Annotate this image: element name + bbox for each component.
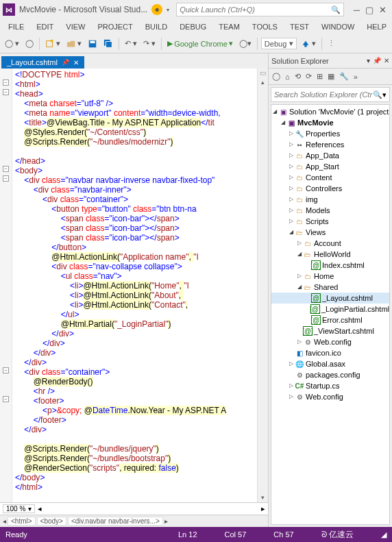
menu-team[interactable]: TEAM (213, 21, 245, 32)
tree-file-packages[interactable]: ⚙packages.config (271, 369, 389, 380)
tree-label: Error.cshtml (322, 316, 363, 324)
collapse-icon[interactable]: ⊞ (315, 71, 325, 82)
pin-icon[interactable]: 📌 (62, 59, 69, 66)
fold-icon[interactable]: − (3, 367, 9, 373)
bc-body[interactable]: <body> (37, 517, 66, 526)
tree-references[interactable]: ▪▪References (271, 139, 389, 150)
nav-fwd-button[interactable]: ◯ (23, 38, 36, 49)
menu-debug[interactable]: DEBUG (174, 21, 212, 32)
menu-help[interactable]: HELP (361, 21, 392, 32)
home-icon[interactable]: ⌂ (283, 71, 292, 82)
tree-folder-views[interactable]: 🗁Views (271, 227, 389, 238)
tree-file-index[interactable]: [@]Index.cshtml (271, 260, 389, 271)
solexp-search-input[interactable] (274, 90, 373, 99)
tree-solution[interactable]: ▣Solution 'MvcMovie' (1 project (271, 106, 389, 117)
save-all-button[interactable] (101, 38, 115, 50)
scroll-up-icon[interactable]: ▴ (260, 77, 266, 87)
tree-file-layout[interactable]: [@]_Layout.cshtml (271, 293, 389, 304)
config-combo[interactable]: Debug▾ (261, 38, 297, 49)
close-icon[interactable]: ✕ (384, 57, 389, 64)
scroll-right-icon[interactable]: ▸ (261, 504, 265, 513)
fold-icon[interactable]: − (3, 79, 9, 86)
fold-icon[interactable]: − (3, 89, 9, 95)
quick-launch-input[interactable] (180, 5, 331, 14)
code-editor[interactable]: <!DOCTYPE html> <html> <head> <meta char… (12, 69, 257, 502)
maximize-icon[interactable]: ▢ (365, 5, 373, 15)
pin-icon[interactable]: 📌 (373, 57, 381, 64)
tree-file-startup[interactable]: C#Startup.cs (271, 380, 389, 391)
bc-prev-icon[interactable]: ◂ (3, 517, 6, 525)
open-file-button[interactable]: ▾ (64, 38, 84, 50)
scroll-down-icon[interactable]: ▾ (260, 493, 266, 502)
tab-close-icon[interactable]: ✕ (73, 59, 79, 66)
menu-edit[interactable]: EDIT (31, 21, 59, 32)
menu-window[interactable]: WINDOW (316, 21, 360, 32)
bc-html[interactable]: <html> (8, 517, 36, 526)
bc-div[interactable]: <div.navbar navbar-invers...> (68, 517, 163, 526)
menu-test[interactable]: TEST (284, 21, 315, 32)
zoom-combo[interactable]: 100 %▾ (3, 504, 35, 513)
menu-view[interactable]: VIEW (60, 21, 90, 32)
statusbar: Ready Ln 12 Col 57 Ch 57 ᘐ 亿速云 ◢ (0, 527, 392, 542)
tree-file-webconfig-root[interactable]: ⚙Web.config (271, 391, 389, 402)
tree-folder[interactable]: 🗀Content (271, 172, 389, 183)
menu-build[interactable]: BUILD (140, 21, 173, 32)
vertical-scrollbar[interactable]: ▭ ▴ ▾ (257, 69, 268, 502)
close-icon[interactable]: ✕ (379, 5, 387, 15)
tree-file-webconfig[interactable]: ⚙Web.config (271, 336, 389, 347)
toolbar-overflow-icon[interactable]: ⋮ (326, 38, 337, 49)
showall-icon[interactable]: ▦ (326, 71, 336, 82)
tree-properties[interactable]: 🔧Properties (271, 128, 389, 139)
fold-icon[interactable]: − (3, 175, 9, 182)
resize-grip-icon[interactable]: ◢ (381, 530, 387, 539)
tree-folder-helloworld[interactable]: 🗁HelloWorld (271, 249, 389, 260)
tree-folder-shared[interactable]: 🗁Shared (271, 282, 389, 293)
tree-folder[interactable]: 🗀App_Start (271, 161, 389, 172)
tree-folder[interactable]: 🗀img (271, 194, 389, 205)
properties-icon[interactable]: 🔧 (337, 71, 351, 82)
publish-button[interactable]: ▾ (299, 38, 318, 50)
browser-select-icon[interactable]: ◯▾ (237, 38, 254, 49)
fold-icon[interactable]: − (3, 396, 9, 402)
back-icon[interactable]: ◯ (270, 71, 282, 82)
feedback-icon[interactable]: ☻ (151, 4, 162, 15)
dropdown-icon[interactable]: ▾ (382, 90, 387, 99)
tree-file-globalasax[interactable]: 🌐Global.asax (271, 358, 389, 369)
bc-next-icon[interactable]: ▸ (164, 517, 168, 525)
outline-gutter[interactable]: − − − − − − (0, 69, 12, 502)
tree-file-loginpartial[interactable]: [@]_LoginPartial.cshtml (271, 304, 389, 315)
refresh-icon[interactable]: ⟳ (304, 71, 314, 82)
start-button[interactable]: ▶ Google Chrome ▾ (165, 38, 235, 49)
sync-icon[interactable]: ⟲ (293, 71, 303, 82)
overflow-icon[interactable]: » (352, 71, 360, 82)
fold-icon[interactable]: − (3, 166, 9, 172)
tree-folder[interactable]: 🗀Scripts (271, 216, 389, 227)
tree-file-viewstart[interactable]: [@]_ViewStart.cshtml (271, 325, 389, 336)
tree-file-favicon[interactable]: ◧favicon.ico (271, 347, 389, 358)
tab-layout-cshtml[interactable]: _Layout.cshtml 📌 ✕ (1, 56, 84, 69)
tree-project[interactable]: ▣MvcMovie (271, 117, 389, 128)
redo-button[interactable]: ↷ ▾ (141, 38, 158, 49)
undo-button[interactable]: ↶ ▾ (123, 38, 139, 49)
feedback-dropdown-icon[interactable]: ▾ (167, 7, 169, 13)
new-project-button[interactable]: ▾ (43, 38, 62, 50)
save-button[interactable] (86, 38, 99, 50)
dropdown-icon[interactable]: ▾ (367, 57, 370, 64)
tree-folder[interactable]: 🗀Models (271, 205, 389, 216)
tree-folder[interactable]: 🗀Account (271, 238, 389, 249)
menu-file[interactable]: FILE (3, 21, 29, 32)
tree-folder[interactable]: 🗀Home (271, 271, 389, 282)
tree-file-error[interactable]: [@]Error.cshtml (271, 315, 389, 325)
solution-tree[interactable]: ▣Solution 'MvcMovie' (1 project ▣MvcMovi… (271, 104, 390, 525)
menu-tools[interactable]: TOOLS (247, 21, 283, 32)
solexp-title: Solution Explorer (271, 57, 329, 65)
split-icon[interactable]: ▭ (259, 69, 267, 77)
quick-launch[interactable]: 🔍 (176, 3, 344, 16)
menu-project[interactable]: PROJECT (92, 21, 138, 32)
solexp-search[interactable]: 🔍 ▾ (271, 87, 390, 102)
scroll-left-icon[interactable]: ◂ (38, 504, 42, 513)
tree-folder[interactable]: 🗀Controllers (271, 183, 389, 194)
tree-folder[interactable]: 🗀App_Data (271, 150, 389, 161)
minimize-icon[interactable]: ─ (354, 5, 360, 15)
nav-back-button[interactable]: ◯ ▾ (3, 38, 21, 49)
